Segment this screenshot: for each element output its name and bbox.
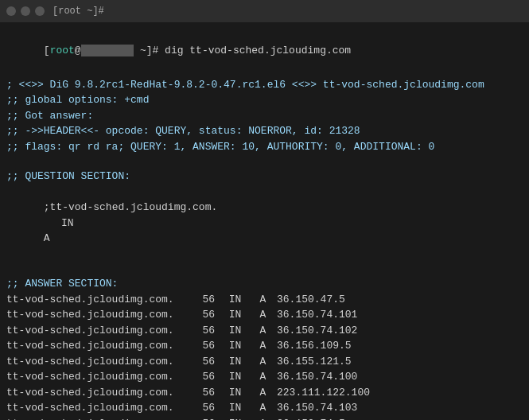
answer-type: A bbox=[249, 323, 277, 339]
prompt-suffix: ~]# bbox=[134, 45, 165, 56]
answer-type: A bbox=[249, 292, 277, 308]
answer-type: A bbox=[249, 400, 277, 416]
answer-record-row: tt-vod-sched.jcloudimg.com.56INA36.156.1… bbox=[6, 338, 523, 354]
answer-ttl: 56 bbox=[189, 307, 221, 323]
answer-ip: 36.150.74.101 bbox=[277, 307, 357, 323]
got-answer-line: ;; Got answer: bbox=[6, 108, 523, 124]
question-record-line: ;tt-vod-sched.jcloudimg.com. IN A bbox=[6, 185, 523, 262]
answer-class: IN bbox=[221, 292, 249, 308]
answer-name: tt-vod-sched.jcloudimg.com. bbox=[6, 400, 189, 416]
command-line: [root@ ~]# dig tt-vod-sched.jcloudimg.co… bbox=[6, 27, 523, 74]
answer-class: IN bbox=[221, 307, 249, 323]
title-bar: [root ~]# bbox=[0, 0, 529, 22]
answer-name: tt-vod-sched.jcloudimg.com. bbox=[6, 354, 189, 370]
prompt-bracket-open: [ bbox=[44, 45, 50, 56]
answer-ip: 36.150.74.102 bbox=[277, 323, 357, 339]
dig-header-line: ; <<>> DiG 9.8.2rc1-RedHat-9.8.2-0.47.rc… bbox=[6, 77, 523, 93]
answer-class: IN bbox=[221, 338, 249, 354]
question-type: A bbox=[44, 232, 50, 244]
question-in: IN bbox=[44, 216, 91, 231]
title-dot-2 bbox=[21, 6, 30, 16]
header-line: ;; ->>HEADER<<- opcode: QUERY, status: N… bbox=[6, 123, 523, 139]
answer-ip: 36.150.74.100 bbox=[277, 369, 357, 385]
prompt-hostname bbox=[81, 45, 134, 56]
answer-type: A bbox=[249, 369, 277, 385]
command-text: dig tt-vod-sched.jcloudimg.com bbox=[165, 45, 351, 56]
answer-name: tt-vod-sched.jcloudimg.com. bbox=[6, 323, 189, 339]
answer-type: A bbox=[249, 416, 277, 421]
answer-name: tt-vod-sched.jcloudimg.com. bbox=[6, 292, 189, 308]
answer-record-row: tt-vod-sched.jcloudimg.com.56INA223.111.… bbox=[6, 385, 523, 401]
spacer-1 bbox=[6, 154, 523, 169]
answer-ip: 223.111.122.100 bbox=[277, 385, 370, 401]
answer-class: IN bbox=[221, 369, 249, 385]
answer-ttl: 56 bbox=[189, 369, 221, 385]
answer-class: IN bbox=[221, 385, 249, 401]
answer-type: A bbox=[249, 338, 277, 354]
answer-record-row: tt-vod-sched.jcloudimg.com.56INA36.150.7… bbox=[6, 416, 523, 421]
answer-type: A bbox=[249, 354, 277, 370]
answer-ttl: 56 bbox=[189, 338, 221, 354]
prompt-at: @ bbox=[75, 45, 81, 56]
global-options-line: ;; global options: +cmd bbox=[6, 92, 523, 108]
answer-name: tt-vod-sched.jcloudimg.com. bbox=[6, 416, 189, 421]
answer-ip: 36.156.109.5 bbox=[277, 338, 352, 354]
flags-line: ;; flags: qr rd ra; QUERY: 1, ANSWER: 10… bbox=[6, 139, 523, 155]
title-bar-text: [root ~]# bbox=[53, 6, 104, 17]
terminal-window: [root ~]# [root@ ~]# dig tt-vod-sched.jc… bbox=[0, 0, 529, 420]
answer-ttl: 56 bbox=[189, 354, 221, 370]
answer-class: IN bbox=[221, 323, 249, 339]
answer-ip: 36.150.47.5 bbox=[277, 292, 345, 308]
question-section-header: ;; QUESTION SECTION: bbox=[6, 169, 523, 185]
answer-record-row: tt-vod-sched.jcloudimg.com.56INA36.150.7… bbox=[6, 400, 523, 416]
answer-record-row: tt-vod-sched.jcloudimg.com.56INA36.150.4… bbox=[6, 292, 523, 308]
answer-ip: 36.150.74.103 bbox=[277, 400, 357, 416]
answer-record-row: tt-vod-sched.jcloudimg.com.56INA36.155.1… bbox=[6, 354, 523, 370]
answer-name: tt-vod-sched.jcloudimg.com. bbox=[6, 385, 189, 401]
spacer-2 bbox=[6, 262, 523, 276]
answer-name: tt-vod-sched.jcloudimg.com. bbox=[6, 338, 189, 354]
answer-ttl: 56 bbox=[189, 292, 221, 308]
answer-records-container: tt-vod-sched.jcloudimg.com.56INA36.150.4… bbox=[6, 292, 523, 421]
answer-ip: 36.155.121.5 bbox=[277, 354, 352, 370]
answer-record-row: tt-vod-sched.jcloudimg.com.56INA36.150.7… bbox=[6, 323, 523, 339]
answer-ttl: 56 bbox=[189, 385, 221, 401]
answer-ttl: 56 bbox=[189, 400, 221, 416]
title-dot-1 bbox=[6, 6, 16, 16]
answer-record-row: tt-vod-sched.jcloudimg.com.56INA36.150.7… bbox=[6, 369, 523, 385]
answer-section-header: ;; ANSWER SECTION: bbox=[6, 276, 523, 292]
prompt-root: root bbox=[50, 45, 75, 56]
answer-class: IN bbox=[221, 400, 249, 416]
answer-class: IN bbox=[221, 416, 249, 421]
answer-record-row: tt-vod-sched.jcloudimg.com.56INA36.150.7… bbox=[6, 307, 523, 323]
title-dot-3 bbox=[35, 6, 45, 16]
answer-name: tt-vod-sched.jcloudimg.com. bbox=[6, 369, 189, 385]
question-name: ;tt-vod-sched.jcloudimg.com. bbox=[44, 200, 227, 216]
answer-ip: 36.150.74.5 bbox=[277, 416, 345, 421]
answer-class: IN bbox=[221, 354, 249, 370]
answer-ttl: 56 bbox=[189, 416, 221, 421]
answer-name: tt-vod-sched.jcloudimg.com. bbox=[6, 307, 189, 323]
answer-type: A bbox=[249, 385, 277, 401]
terminal-content: [root@ ~]# dig tt-vod-sched.jcloudimg.co… bbox=[0, 22, 529, 420]
answer-type: A bbox=[249, 307, 277, 323]
answer-ttl: 56 bbox=[189, 323, 221, 339]
